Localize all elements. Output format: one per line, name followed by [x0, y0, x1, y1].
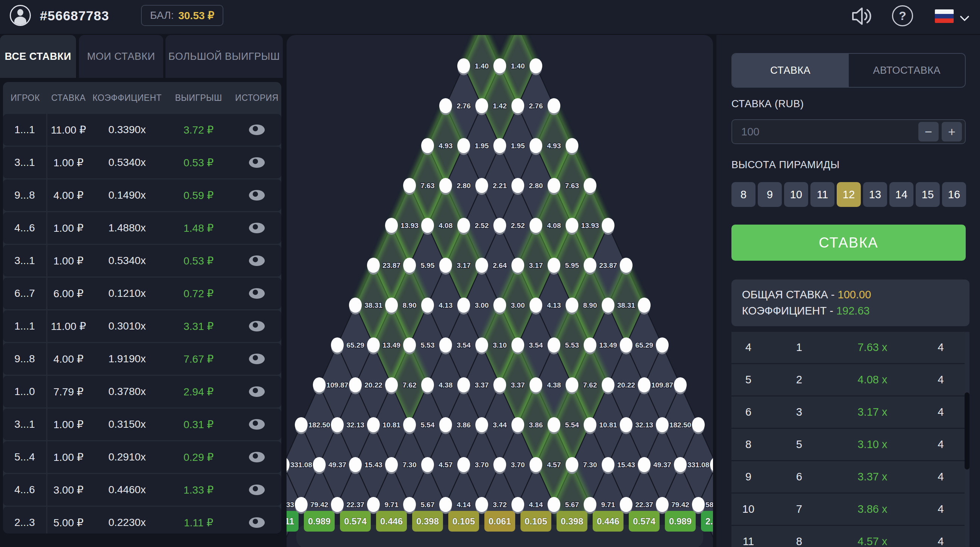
- peg: [620, 417, 633, 432]
- peg: [457, 218, 470, 233]
- cell-player: 2...3: [3, 507, 48, 533]
- height-button-11[interactable]: 11: [810, 182, 834, 207]
- multiplier-label: 13.49: [599, 341, 617, 349]
- multiplier-label: 1.40: [511, 62, 525, 70]
- eye-icon[interactable]: [249, 419, 265, 430]
- eye-icon[interactable]: [249, 190, 265, 201]
- peg: [547, 178, 560, 193]
- peg: [403, 258, 416, 273]
- peg: [385, 218, 398, 233]
- peg: [475, 417, 488, 432]
- height-button-15[interactable]: 15: [916, 182, 940, 207]
- eye-icon[interactable]: [249, 321, 265, 332]
- cell-bet: 1.00 ₽: [48, 255, 89, 267]
- cell-player: 3...1: [3, 408, 48, 440]
- height-button-12[interactable]: 12: [837, 182, 861, 207]
- peg: [457, 298, 470, 313]
- peg: [566, 377, 578, 392]
- cell-history: [232, 124, 281, 135]
- eye-icon[interactable]: [249, 452, 265, 462]
- cell-history: [232, 452, 281, 462]
- tab-all-bets[interactable]: ВСЕ СТАВКИ: [0, 35, 76, 78]
- cell-player: 6...7: [3, 277, 48, 309]
- cell-coefficient: 0.2230x: [89, 517, 165, 529]
- peg: [457, 457, 470, 472]
- language-chevron-down-icon[interactable]: [960, 12, 969, 21]
- total-bet-value: 100.00: [838, 289, 871, 301]
- height-button-16[interactable]: 16: [942, 182, 966, 207]
- peg: [692, 497, 705, 512]
- plinko-board: 2.9110.9890.5740.4460.3980.1050.0610.105…: [286, 35, 713, 547]
- eye-icon[interactable]: [249, 288, 265, 299]
- multiplier-label: 2.80: [457, 182, 471, 190]
- multiplier-label: 13.93: [401, 222, 418, 230]
- cell-win: 0.53 ₽: [165, 156, 232, 169]
- multiplier-label: 3.37: [511, 381, 525, 389]
- balance-value: 30.53 ₽: [178, 10, 214, 22]
- multiplier-label: 4.13: [547, 301, 561, 309]
- eye-icon[interactable]: [249, 517, 265, 528]
- peg: [674, 377, 687, 392]
- cell-player: 5...4: [3, 441, 48, 473]
- list-item: 11 8 4.57 x 4: [732, 526, 969, 547]
- slot-value: 0.446: [597, 516, 619, 526]
- cell-coefficient: 0.3150x: [89, 418, 165, 431]
- eye-icon[interactable]: [249, 223, 265, 233]
- bet-amount-field[interactable]: 100 − +: [732, 119, 966, 144]
- bets-table: ИГРОК СТАВКА КОЭФФИЦИЕНТ ВЫИГРЫШ ИСТОРИЯ…: [3, 82, 281, 533]
- eye-icon[interactable]: [249, 255, 265, 266]
- tab-big-win[interactable]: БОЛЬШОЙ ВЫИГРЫШ: [165, 35, 283, 78]
- cell-win: 7.67 ₽: [165, 353, 232, 365]
- multiplier-label: 2.21: [493, 182, 507, 190]
- tab-bet[interactable]: СТАВКА: [732, 54, 849, 87]
- height-button-14[interactable]: 14: [889, 182, 913, 207]
- language-flag-icon[interactable]: [935, 10, 954, 23]
- multiplier-label: 20.22: [617, 381, 635, 389]
- place-bet-button[interactable]: СТАВКА: [732, 225, 966, 261]
- table-row: 1...1 11.00 ₽ 0.3390x 3.72 ₽: [3, 114, 281, 145]
- multiplier-label: 1.95: [475, 142, 489, 150]
- bet-increase-button[interactable]: +: [942, 122, 962, 142]
- cell-history: [232, 190, 281, 201]
- peg: [403, 178, 416, 193]
- height-button-13[interactable]: 13: [863, 182, 887, 207]
- top-bar: #56687783 БАЛ: 30.53 ₽ ?: [0, 0, 980, 34]
- multiplier-label: 38.31: [364, 301, 382, 309]
- pyramid-height-buttons: 8910111213141516: [732, 182, 966, 207]
- tab-my-bets[interactable]: МОИ СТАВКИ: [79, 35, 163, 78]
- eye-icon[interactable]: [249, 157, 265, 168]
- col-header-bet: СТАВКА: [48, 93, 89, 103]
- sound-icon[interactable]: [850, 5, 873, 29]
- user-avatar-icon[interactable]: [10, 5, 31, 26]
- eye-icon[interactable]: [249, 386, 265, 397]
- peg: [530, 298, 542, 313]
- scrollbar-thumb[interactable]: [964, 392, 969, 469]
- mult-value: 4.08 x: [833, 373, 912, 386]
- multiplier-label: 23.87: [599, 262, 617, 270]
- mult-count: 4: [912, 341, 969, 354]
- cell-coefficient: 0.5340x: [89, 156, 165, 169]
- eye-icon[interactable]: [249, 485, 265, 495]
- peg: [584, 338, 597, 352]
- height-button-9[interactable]: 9: [758, 182, 782, 207]
- cell-history: [232, 157, 281, 168]
- peg: [439, 497, 452, 512]
- help-icon[interactable]: ?: [892, 5, 913, 26]
- cell-win: 1.11 ₽: [165, 517, 232, 529]
- peg: [385, 457, 398, 472]
- mult-count: 4: [912, 535, 969, 547]
- bet-decrease-button[interactable]: −: [918, 122, 939, 142]
- multipliers-list: 4 1 7.63 x 4 5 2 4.08 x 4 6 3 3.17 x 4 8…: [732, 332, 969, 547]
- coefficient-line: КОЭФФИЦИЕНТ - 192.63: [742, 305, 959, 317]
- bet-amount-value[interactable]: 100: [732, 126, 918, 138]
- peg: [566, 138, 578, 153]
- height-button-10[interactable]: 10: [784, 182, 808, 207]
- peg: [656, 417, 669, 432]
- peg: [530, 58, 542, 73]
- mult-row-num: 8: [765, 535, 833, 547]
- eye-icon[interactable]: [249, 124, 265, 135]
- tab-autobet[interactable]: АВТОСТАВКА: [849, 54, 965, 87]
- eye-icon[interactable]: [249, 354, 265, 364]
- height-button-8[interactable]: 8: [732, 182, 756, 207]
- multiplier-label: 3.70: [475, 461, 489, 469]
